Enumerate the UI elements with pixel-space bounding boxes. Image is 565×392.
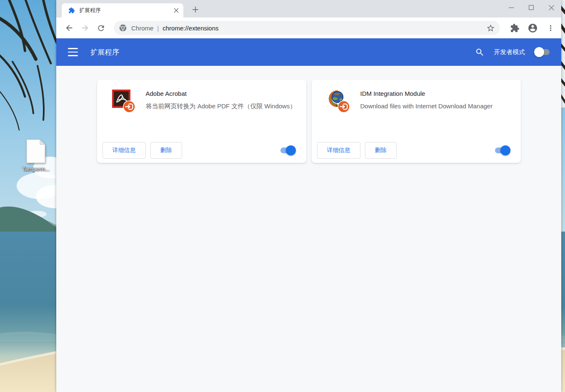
browser-menu-kebab-icon[interactable] — [545, 22, 556, 33]
address-separator: | — [153, 25, 162, 32]
tab-title: 扩展程序 — [79, 7, 172, 14]
remove-button[interactable]: 删除 — [365, 142, 397, 159]
maximize-button[interactable] — [521, 0, 541, 15]
profile-avatar-icon[interactable] — [527, 22, 538, 33]
close-window-button[interactable] — [541, 0, 561, 15]
extension-card-idm: IDM Integration Module Download files wi… — [312, 80, 521, 163]
address-url: chrome://extensions — [162, 25, 218, 32]
extensions-menu-icon[interactable] — [509, 22, 520, 33]
remove-button[interactable]: 删除 — [150, 142, 182, 159]
extension-enabled-toggle[interactable] — [495, 147, 509, 153]
address-bar-text: Chrome|chrome://extensions — [131, 25, 485, 32]
search-icon[interactable] — [474, 47, 485, 57]
tab-strip: 扩展程序 — [56, 0, 561, 17]
developer-mode-label: 开发者模式 — [494, 48, 525, 56]
desktop-icon-label: Tamperm... — [12, 166, 59, 172]
details-button[interactable]: 详细信息 — [102, 142, 146, 159]
idm-download-badge-icon — [123, 100, 135, 113]
browser-window: 扩展程序 — [56, 0, 561, 392]
details-button[interactable]: 详细信息 — [317, 142, 360, 159]
window-controls — [501, 0, 561, 15]
extensions-puzzle-favicon-icon — [68, 7, 75, 14]
forward-button[interactable] — [77, 20, 93, 36]
new-tab-button[interactable] — [190, 4, 201, 15]
extension-enabled-toggle[interactable] — [280, 147, 295, 153]
toolbar-right-icons — [509, 22, 556, 33]
main-menu-hamburger-icon[interactable] — [68, 48, 78, 56]
tab-close-icon[interactable] — [172, 7, 180, 14]
address-bar[interactable]: Chrome|chrome://extensions — [114, 21, 500, 35]
reload-button[interactable] — [93, 20, 109, 36]
extensions-page-header: 扩展程序 开发者模式 — [56, 38, 561, 66]
extension-description: Download files with Internet Download Ma… — [360, 101, 511, 111]
extension-name: Adobe Acrobat — [146, 90, 296, 97]
chrome-logo-icon — [119, 24, 127, 32]
back-button[interactable] — [61, 20, 77, 36]
extension-card-adobe-acrobat: Adobe Acrobat 将当前网页转换为 Adobe PDF 文件（仅限 W… — [97, 80, 306, 163]
desktop-icon-tampermonkey[interactable]: Tamperm... — [12, 139, 59, 172]
developer-mode-toggle[interactable] — [535, 49, 550, 55]
idm-download-badge-icon — [338, 100, 350, 113]
browser-toolbar: Chrome|chrome://extensions — [56, 17, 561, 38]
extension-name: IDM Integration Module — [360, 90, 511, 97]
site-label: Chrome — [131, 25, 153, 32]
browser-tab[interactable]: 扩展程序 — [62, 3, 183, 17]
minimize-button[interactable] — [501, 0, 521, 15]
extension-description: 将当前网页转换为 Adobe PDF 文件（仅限 Windows） — [146, 101, 296, 111]
file-icon — [26, 139, 45, 163]
bookmark-star-icon[interactable] — [485, 22, 496, 33]
page-title: 扩展程序 — [90, 47, 119, 57]
extensions-content: Adobe Acrobat 将当前网页转换为 Adobe PDF 文件（仅限 W… — [56, 66, 561, 392]
